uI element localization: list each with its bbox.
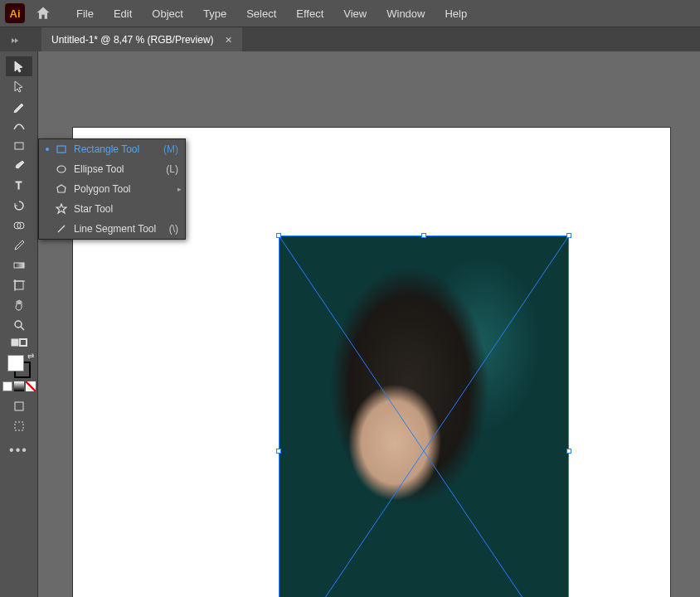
svg-text:T: T [15, 180, 22, 192]
menubar: Ai File Edit Object Type Select Effect V… [0, 0, 700, 27]
toolbar: T ⇄ ••• [0, 51, 38, 597]
flyout-shortcut: (L) [166, 163, 178, 175]
svg-rect-0 [15, 143, 23, 149]
color-none-icon[interactable] [26, 381, 36, 391]
submenu-arrow-icon: ▸ [177, 185, 182, 193]
type-tool[interactable]: T [6, 176, 32, 196]
flyout-shortcut: (M) [163, 143, 178, 155]
flyout-polygon-tool[interactable]: Polygon Tool ▸ [39, 179, 185, 199]
rectangle-tool[interactable] [6, 136, 32, 156]
menu-window[interactable]: Window [378, 4, 433, 23]
app-logo-icon: Ai [5, 3, 25, 23]
pen-tool[interactable] [6, 96, 32, 116]
menu-object[interactable]: Object [143, 4, 192, 23]
flyout-rectangle-tool[interactable]: Rectangle Tool (M) [39, 139, 185, 159]
flyout-ellipse-tool[interactable]: Ellipse Tool (L) [39, 159, 185, 179]
flyout-star-tool[interactable]: Star Tool [39, 199, 185, 219]
menu-select[interactable]: Select [238, 4, 284, 23]
tab-bar: Untitled-1* @ 8,47 % (RGB/Preview) × [0, 27, 700, 51]
svg-line-9 [21, 327, 24, 330]
svg-point-17 [57, 166, 66, 172]
svg-marker-18 [57, 185, 66, 192]
selection-tool[interactable] [6, 56, 32, 76]
flyout-label: Line Segment Tool [74, 223, 163, 235]
rotate-tool[interactable] [6, 196, 32, 216]
menu-file[interactable]: File [68, 4, 102, 23]
eyedropper-tool[interactable] [6, 235, 32, 255]
paintbrush-tool[interactable] [6, 156, 32, 176]
selected-dot-icon [46, 148, 49, 151]
swap-colors-icon[interactable]: ⇄ [27, 352, 34, 361]
document-tab[interactable]: Untitled-1* @ 8,47 % (RGB/Preview) × [41, 27, 242, 52]
color-mode-swatches [2, 381, 36, 391]
edit-toolbar-icon[interactable]: ••• [9, 443, 28, 458]
fill-swatch[interactable] [7, 355, 24, 371]
curvature-tool[interactable] [6, 116, 32, 136]
flyout-label: Ellipse Tool [74, 163, 159, 175]
handle-mid-right[interactable] [566, 449, 571, 454]
color-swatches[interactable]: ⇄ [7, 355, 31, 378]
zoom-tool[interactable] [6, 315, 32, 335]
svg-line-20 [58, 226, 65, 232]
color-gradient-icon[interactable] [14, 381, 24, 391]
flyout-label: Star Tool [74, 203, 172, 215]
star-icon [56, 203, 67, 215]
svg-rect-12 [15, 402, 23, 410]
flyout-label: Polygon Tool [74, 183, 172, 195]
collapse-panels-icon[interactable] [10, 34, 22, 46]
svg-rect-11 [20, 339, 27, 346]
menu-view[interactable]: View [335, 4, 375, 23]
polygon-icon [56, 183, 67, 195]
ellipse-icon [56, 163, 67, 175]
line-icon [56, 223, 67, 235]
handle-mid-left[interactable] [276, 449, 281, 454]
home-icon[interactable] [32, 2, 55, 25]
document-tab-title: Untitled-1* @ 8,47 % (RGB/Preview) [51, 34, 214, 46]
menu-type[interactable]: Type [195, 4, 235, 23]
shape-builder-tool[interactable] [6, 216, 32, 235]
svg-marker-19 [56, 204, 66, 213]
artboard-tool[interactable] [6, 275, 32, 295]
main-area: T ⇄ ••• [0, 51, 700, 597]
fill-stroke-toggle-icon[interactable] [6, 335, 32, 350]
svg-rect-13 [15, 422, 23, 430]
menu-help[interactable]: Help [436, 4, 475, 23]
draw-normal-icon[interactable] [6, 396, 32, 416]
svg-rect-16 [57, 146, 66, 153]
flyout-label: Rectangle Tool [74, 143, 157, 155]
canvas-area[interactable] [38, 51, 700, 597]
flyout-shortcut: (\) [169, 223, 178, 235]
shape-tool-flyout: Rectangle Tool (M) Ellipse Tool (L) Poly… [38, 138, 186, 240]
svg-point-8 [15, 321, 22, 328]
selected-image[interactable] [279, 235, 569, 597]
flyout-line-segment-tool[interactable]: Line Segment Tool (\) [39, 219, 185, 239]
hand-tool[interactable] [6, 295, 32, 315]
gradient-tool[interactable] [6, 255, 32, 275]
image-content [279, 235, 569, 597]
menu-edit[interactable]: Edit [105, 4, 140, 23]
direct-selection-tool[interactable] [6, 76, 32, 96]
handle-top-right[interactable] [566, 233, 571, 238]
close-tab-icon[interactable]: × [226, 33, 232, 46]
handle-top-mid[interactable] [421, 233, 426, 238]
svg-rect-5 [15, 281, 23, 289]
svg-rect-4 [14, 263, 24, 268]
color-solid-icon[interactable] [2, 381, 12, 391]
svg-rect-10 [12, 339, 18, 346]
rectangle-icon [56, 143, 67, 155]
handle-top-left[interactable] [276, 233, 281, 238]
draw-inside-icon[interactable] [6, 416, 32, 436]
menu-effect[interactable]: Effect [288, 4, 332, 23]
